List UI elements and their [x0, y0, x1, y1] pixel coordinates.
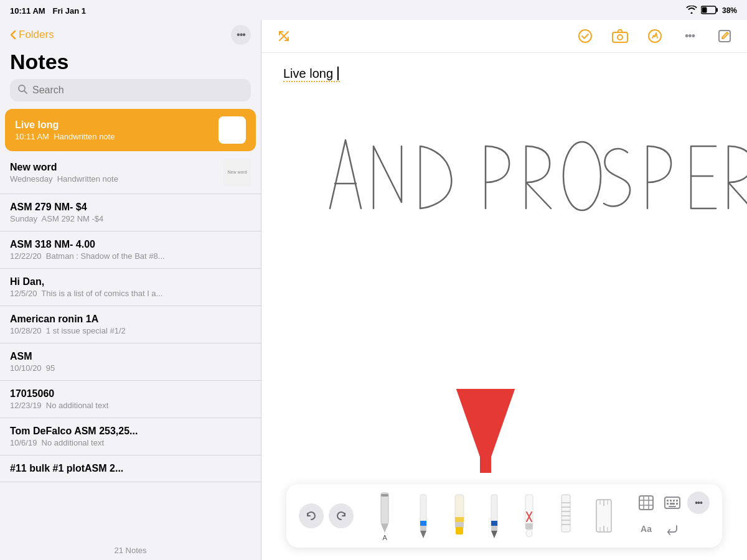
note-meta: 12/23/19 No additional text — [10, 401, 251, 410]
text-format-icon[interactable]: Aa — [635, 518, 657, 540]
note-title: New word — [10, 162, 217, 173]
svg-rect-6 — [613, 32, 627, 42]
more-circle-icon[interactable]: ••• — [687, 492, 710, 514]
note-item-asm[interactable]: ASM 10/10/20 95 — [0, 343, 261, 381]
note-item-bulk[interactable]: #11 bulk #1 plotASM 2... — [0, 455, 261, 482]
svg-rect-2 — [702, 7, 707, 12]
camera-icon[interactable] — [610, 26, 630, 46]
text-tool[interactable]: A — [376, 490, 393, 541]
svg-rect-60 — [669, 506, 676, 507]
eraser-tool[interactable] — [522, 493, 536, 538]
table-icon[interactable] — [635, 492, 657, 514]
note-content: Hi Dan, 12/5/20 This is a list of of com… — [10, 276, 251, 298]
note-item-live-long[interactable]: Live long 10:11 AM Handwritten note — [5, 109, 256, 151]
more-icon: ••• — [237, 29, 245, 40]
pen-markup-icon[interactable] — [645, 26, 665, 46]
search-icon — [17, 84, 27, 96]
svg-point-30 — [526, 530, 532, 537]
more-options-icon[interactable]: ••• — [680, 26, 700, 46]
back-label: Folders — [19, 29, 54, 41]
resize-icon[interactable] — [274, 26, 294, 46]
svg-marker-26 — [491, 531, 497, 538]
svg-rect-22 — [456, 527, 463, 534]
note-title: #11 bulk #1 plotASM 2... — [10, 463, 251, 474]
note-content: Live long 10:11 AM Handwritten note — [15, 119, 212, 141]
note-title: 17015060 — [10, 388, 251, 399]
redo-button[interactable] — [329, 503, 354, 528]
note-item-asm-318[interactable]: ASM 318 NM- 4.00 12/22/20 Batman : Shado… — [0, 231, 261, 269]
note-content: ASM 10/10/20 95 — [10, 351, 251, 373]
compose-icon[interactable] — [715, 26, 735, 46]
time: 10:11 AM — [10, 6, 45, 16]
note-title: ASM 318 NM- 4.00 — [10, 239, 251, 250]
return-icon[interactable] — [661, 518, 684, 540]
note-meta: 10/10/20 95 — [10, 363, 251, 373]
svg-rect-27 — [491, 521, 497, 526]
note-content: #11 bulk #1 plotASM 2... — [10, 463, 251, 474]
note-item-asm-279[interactable]: ASM 279 NM- $4 Sunday ASM 292 NM -$4 — [0, 194, 261, 231]
note-item-hi-dan[interactable]: Hi Dan, 12/5/20 This is a list of of com… — [0, 269, 261, 306]
toolbar-right: ••• — [575, 26, 735, 46]
status-bar: 10:11 AM Fri Jan 1 38% — [0, 0, 747, 20]
note-item-american-ronin[interactable]: American ronin 1A 10/28/20 1 st issue sp… — [0, 306, 261, 343]
editor-area: ••• Live long — [261, 20, 747, 560]
keyboard-icon[interactable] — [661, 492, 684, 514]
ruler-tool[interactable] — [595, 493, 613, 538]
checkmark-icon[interactable] — [575, 26, 595, 46]
right-tools-row1: ••• — [635, 492, 710, 514]
svg-rect-55 — [673, 500, 675, 502]
search-bar[interactable] — [10, 79, 251, 101]
note-item-17015060[interactable]: 17015060 12/23/19 No additional text — [0, 381, 261, 418]
svg-rect-53 — [667, 500, 669, 502]
svg-rect-33 — [561, 495, 570, 532]
right-tools-grid: ••• Aa — [635, 492, 710, 540]
search-input[interactable] — [32, 85, 243, 96]
hatching-tool[interactable] — [559, 493, 573, 538]
svg-rect-47 — [639, 496, 653, 510]
note-meta: 10:11 AM Handwritten note — [15, 132, 212, 141]
battery-icon — [701, 6, 718, 16]
note-title: Hi Dan, — [10, 276, 251, 287]
blue-pen-tool[interactable] — [416, 493, 430, 538]
svg-rect-9 — [719, 30, 730, 42]
note-content: American ronin 1A 10/28/20 1 st issue sp… — [10, 314, 251, 335]
red-arrow — [448, 389, 523, 491]
yellow-marker-tool[interactable] — [453, 493, 466, 538]
svg-rect-54 — [670, 500, 672, 502]
note-content: 17015060 12/23/19 No additional text — [10, 388, 251, 410]
undo-redo-group — [299, 503, 354, 528]
svg-rect-15 — [381, 494, 388, 497]
note-title: ASM — [10, 351, 251, 362]
note-meta: 12/22/20 Batman : Shadow of the Bat #8..… — [10, 251, 251, 261]
note-item-tom-defalco[interactable]: Tom DeFalco ASM 253,25... 10/6/19 No add… — [0, 418, 261, 455]
live-long-text: Live long — [283, 67, 340, 82]
note-title: American ronin 1A — [10, 314, 251, 325]
note-item-new-word[interactable]: New word Wednesday Handwritten note New … — [0, 151, 261, 194]
text-tool-label: A — [383, 534, 387, 541]
back-button[interactable]: Folders — [10, 29, 54, 41]
status-right: 38% — [686, 6, 737, 16]
svg-point-5 — [579, 30, 591, 42]
note-text-title[interactable]: Live long — [283, 67, 340, 82]
svg-rect-58 — [670, 503, 675, 505]
svg-rect-57 — [667, 503, 669, 505]
svg-rect-29 — [525, 523, 533, 530]
svg-marker-14 — [381, 524, 388, 533]
right-tools: ••• Aa — [635, 492, 710, 540]
svg-point-7 — [618, 35, 622, 40]
dark-pen-tool[interactable] — [489, 493, 500, 538]
more-button[interactable]: ••• — [231, 25, 251, 45]
right-tools-row2: Aa — [635, 518, 710, 540]
note-title: ASM 279 NM- $4 — [10, 202, 251, 213]
svg-rect-13 — [381, 493, 388, 524]
note-content: New word Wednesday Handwritten note — [10, 162, 217, 184]
svg-rect-19 — [420, 521, 426, 526]
notes-title: Notes — [0, 47, 261, 79]
svg-rect-59 — [676, 503, 678, 505]
note-title: Live long — [15, 119, 212, 131]
note-content: ASM 318 NM- 4.00 12/22/20 Batman : Shado… — [10, 239, 251, 261]
editor-toolbar: ••• — [261, 20, 747, 53]
svg-point-10 — [563, 142, 601, 210]
undo-button[interactable] — [299, 503, 324, 528]
main-layout: Folders ••• Notes Live long 10:11 AM H — [0, 20, 747, 560]
